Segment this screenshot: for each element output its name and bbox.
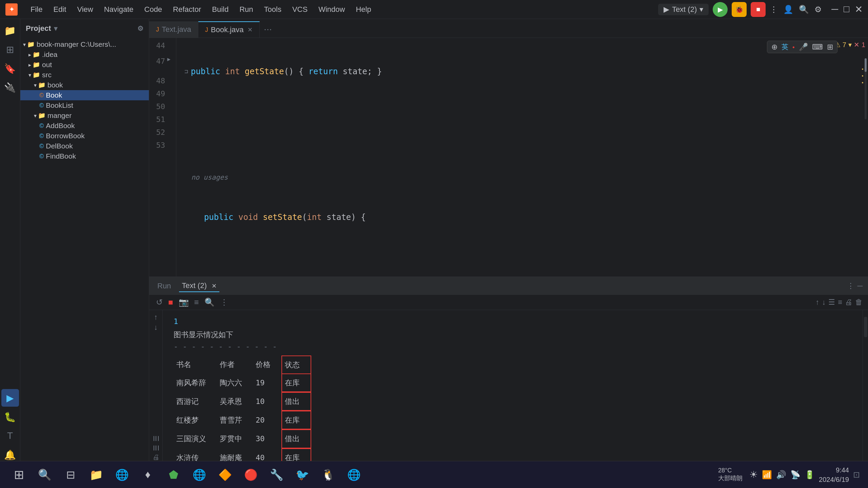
sidebar-gear-icon[interactable]: ⚙ xyxy=(137,25,143,32)
show-desktop-icon[interactable]: ⊡ xyxy=(853,470,860,480)
menu-code[interactable]: Code xyxy=(140,4,167,15)
taskbar-intellij[interactable]: ♦ xyxy=(137,464,159,486)
taskbar-edge[interactable]: 🌐 xyxy=(111,464,133,486)
tree-item-findbook[interactable]: © FindBook xyxy=(20,151,149,161)
menu-build[interactable]: Build xyxy=(207,4,233,15)
taskbar-app3[interactable]: 🔶 xyxy=(214,464,236,486)
tree-item-book[interactable]: ▾ 📁 book xyxy=(20,80,149,90)
taskbar-search[interactable]: 🔍 xyxy=(34,464,56,486)
tab-textjava[interactable]: J Text.java xyxy=(149,21,198,38)
run-icon[interactable]: ▶ xyxy=(1,389,19,407)
scroll-up-icon[interactable]: ↑ xyxy=(815,298,819,307)
scroll-up-left-icon[interactable]: ↑ xyxy=(154,313,158,322)
taskbar-start-button[interactable]: ⊞ xyxy=(8,464,30,486)
filter-icon[interactable]: ≡ xyxy=(193,296,200,308)
ime-grid-icon[interactable]: ⊞ xyxy=(827,43,833,52)
taskbar-explorer[interactable]: 📁 xyxy=(85,464,107,486)
tree-item-out[interactable]: ▸ 📁 out xyxy=(20,60,149,70)
align-icon[interactable]: ☰ xyxy=(828,298,835,307)
tree-item-book-class[interactable]: © Book xyxy=(20,90,149,100)
left-panel-icon-2[interactable]: ☰ xyxy=(152,445,160,451)
search-icon[interactable]: 🔍 xyxy=(799,5,809,14)
ime-bar[interactable]: ⊕ 英 ● 🎤 ⌨ ⊞ xyxy=(767,41,837,53)
zoom-icon[interactable]: 🔍 xyxy=(203,296,216,308)
more-icon[interactable]: ⋮ xyxy=(770,5,778,14)
run-button[interactable]: ▶ xyxy=(713,2,728,17)
ime-mic-icon[interactable]: 🎤 xyxy=(799,43,808,52)
print-icon[interactable]: 🖨 xyxy=(845,298,852,307)
bookmarks-icon[interactable]: 🔖 xyxy=(1,60,19,77)
tab-bookjava[interactable]: J Book.java ✕ xyxy=(198,21,260,38)
tree-item-borrowbook[interactable]: © BorrowBook xyxy=(20,131,149,141)
tree-item-delbook[interactable]: © DelBook xyxy=(20,141,149,151)
menu-navigate[interactable]: Navigate xyxy=(99,4,138,15)
taskbar-chrome2[interactable]: 🌐 xyxy=(343,464,365,486)
stop-button[interactable]: ■ xyxy=(751,2,766,17)
tree-item-idea[interactable]: ▸ 📁 .idea xyxy=(20,49,149,60)
menu-window[interactable]: Window xyxy=(314,4,350,15)
taskbar-app4[interactable]: 🔴 xyxy=(240,464,262,486)
project-icon[interactable]: 📁 xyxy=(1,22,19,39)
taskbar-qq[interactable]: 🐧 xyxy=(317,464,339,486)
menu-help[interactable]: Help xyxy=(351,4,376,15)
settings-icon[interactable]: ⚙ xyxy=(814,5,822,14)
tab-close-book[interactable]: ✕ xyxy=(248,26,253,34)
align-icon-2[interactable]: ≡ xyxy=(838,298,842,307)
console-scrollbar-thumb[interactable] xyxy=(864,317,867,337)
run-panel-minus-icon[interactable]: ─ xyxy=(857,282,863,290)
close-button[interactable]: ✕ xyxy=(855,4,863,15)
terminal-icon[interactable]: T xyxy=(1,427,19,445)
network-icon[interactable]: 📶 xyxy=(762,470,772,480)
menu-run[interactable]: Run xyxy=(235,4,258,15)
console-output[interactable]: 1 图书显示情况如下 - - - - - - - - - - - - 书名 作者 xyxy=(163,310,863,473)
run-tab-text[interactable]: Text (2) ✕ xyxy=(179,280,219,292)
ime-keyboard-icon[interactable]: ⌨ xyxy=(812,43,823,52)
rerun-icon[interactable]: ↺ xyxy=(155,296,164,308)
delete-icon[interactable]: 🗑 xyxy=(855,298,863,307)
code-editor[interactable]: 44 ▶ 47 48 49 50 51 52 53 ⊐ xyxy=(149,38,868,277)
wifi-icon[interactable]: 📡 xyxy=(790,470,801,480)
structure-icon[interactable]: ⊞ xyxy=(1,41,19,58)
tree-item-addbook[interactable]: © AddBook xyxy=(20,121,149,131)
tab-add-button[interactable]: ⋯ xyxy=(260,21,276,38)
battery-icon[interactable]: 🔋 xyxy=(805,470,815,480)
tree-item-manger[interactable]: ▾ 📁 manger xyxy=(20,110,149,121)
tree-item-root[interactable]: ▾ 📁 book-manger C:\Users\... xyxy=(20,39,149,49)
taskbar-clock[interactable]: 9:44 2024/6/19 xyxy=(819,465,849,484)
menu-tools[interactable]: Tools xyxy=(259,4,286,15)
run-tab-close[interactable]: ✕ xyxy=(212,283,217,289)
run-panel-more-icon[interactable]: ⋮ xyxy=(847,282,854,290)
minimize-button[interactable]: ─ xyxy=(831,4,838,15)
profile-icon[interactable]: 👤 xyxy=(783,5,793,14)
debug-button[interactable]: 🐞 xyxy=(732,2,747,17)
maximize-button[interactable]: □ xyxy=(844,4,849,15)
taskbar-taskview[interactable]: ⊟ xyxy=(60,464,81,486)
extensions-icon[interactable]: 🔌 xyxy=(1,79,19,96)
scroll-down-icon[interactable]: ↓ xyxy=(822,298,826,307)
menu-refactor[interactable]: Refactor xyxy=(168,4,206,15)
taskbar-chrome[interactable]: 🌐 xyxy=(189,464,210,486)
tree-item-booklist[interactable]: © BookList xyxy=(20,100,149,110)
debug-icon[interactable]: 🐛 xyxy=(1,408,19,426)
menu-edit[interactable]: Edit xyxy=(48,4,71,15)
tree-item-src[interactable]: ▾ 📁 src xyxy=(20,70,149,80)
left-panel-print[interactable]: 🖨 xyxy=(153,453,159,461)
scrollbar-thumb[interactable] xyxy=(865,58,867,72)
stop-run-icon[interactable]: ■ xyxy=(167,296,175,308)
taskbar-app5[interactable]: 🔧 xyxy=(266,464,288,486)
console-scrollbar[interactable] xyxy=(863,310,868,473)
screenshot-icon[interactable]: 📷 xyxy=(177,296,190,308)
run-tab-run[interactable]: Run xyxy=(155,280,174,292)
taskbar-app6[interactable]: 🐦 xyxy=(292,464,313,486)
menu-view[interactable]: View xyxy=(72,4,98,15)
left-panel-icon[interactable]: ☰ xyxy=(152,435,160,442)
menu-vcs[interactable]: VCS xyxy=(288,4,312,15)
scrollbar-track[interactable] xyxy=(865,58,867,119)
menu-file[interactable]: File xyxy=(26,4,47,15)
scroll-down-left-icon[interactable]: ↓ xyxy=(154,323,158,332)
taskbar-app2[interactable]: ⬟ xyxy=(163,464,184,486)
code-content[interactable]: ⊐ public int getState () { return state;… xyxy=(176,38,841,277)
run-config[interactable]: ▶ Text (2) ▾ xyxy=(658,4,709,15)
console-more-icon[interactable]: ⋮ xyxy=(219,296,230,308)
volume-icon[interactable]: 🔊 xyxy=(776,470,786,480)
